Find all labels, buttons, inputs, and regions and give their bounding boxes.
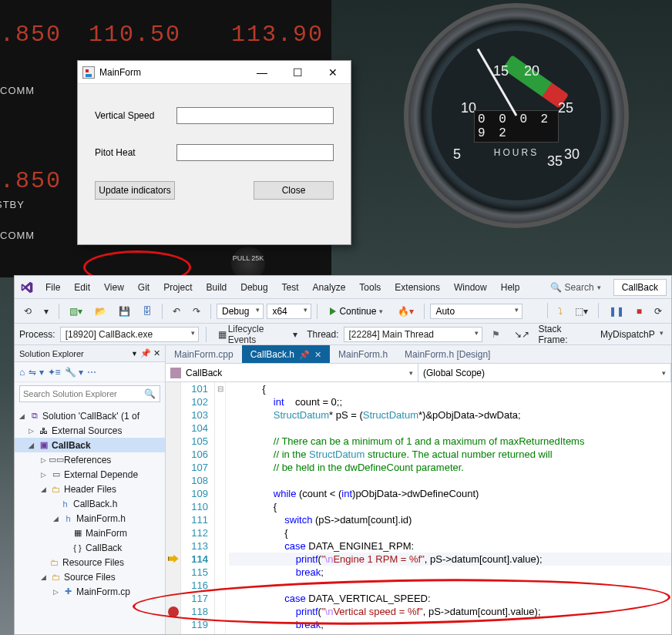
hot-reload-icon[interactable]: 🔥▾ xyxy=(393,303,418,320)
vs-toolbar: ⟲ ▾ ▧▾ 📂 💾 🗄 ↶ ↷ Debug x64 Continue ▾ 🔥▾… xyxy=(15,299,671,324)
save-all-icon[interactable]: 🗄 xyxy=(138,303,156,320)
stop-icon[interactable]: ■ xyxy=(632,303,647,320)
tree-project-callback[interactable]: ◢▣CallBack xyxy=(15,438,165,452)
solexp-close-icon[interactable]: ✕ xyxy=(153,348,160,358)
tree-resource-files[interactable]: 🗀Resource Files xyxy=(15,555,165,569)
fold-gutter[interactable]: ⊟ xyxy=(215,382,226,634)
tab-mainform-h[interactable]: MainForm.h xyxy=(330,345,396,363)
menu-test[interactable]: Test xyxy=(276,279,305,296)
tree-header-files[interactable]: ◢🗀Header Files xyxy=(15,482,165,496)
solexp-home-icon[interactable]: ⌂ xyxy=(19,367,25,378)
new-project-icon[interactable]: ▧▾ xyxy=(65,303,87,320)
radio-freq-1: .850 xyxy=(0,22,62,48)
solution-explorer-tree[interactable]: ◢⧉Solution 'CallBack' (1 of ▷🖧External S… xyxy=(15,405,165,634)
vertical-speed-input[interactable] xyxy=(176,107,334,124)
tab-mainform-cpp[interactable]: MainForm.cpp xyxy=(166,345,242,363)
tree-callback-node[interactable]: { }CallBack xyxy=(15,540,165,555)
continue-button[interactable]: Continue ▾ xyxy=(323,303,390,320)
editor-nav-bar: CallBack (Global Scope) xyxy=(166,364,671,382)
tab-close-icon[interactable]: ✕ xyxy=(314,350,321,360)
nav-scope-dropdown[interactable]: (Global Scope) xyxy=(418,364,671,381)
menu-git[interactable]: Git xyxy=(132,279,156,296)
close-button[interactable]: Close xyxy=(254,181,334,200)
solexp-dropdown-icon[interactable]: ▼ xyxy=(131,350,138,358)
thread-nav-icon[interactable]: ↘↗ xyxy=(509,326,534,343)
menu-tools[interactable]: Tools xyxy=(353,279,387,296)
menu-window[interactable]: Window xyxy=(448,279,493,296)
undo-icon[interactable]: ↶ xyxy=(168,303,185,320)
tab-pin-icon[interactable]: 📌 xyxy=(299,350,310,360)
tree-mainform-node[interactable]: ▦MainForm xyxy=(15,526,165,540)
mainform-body: Vertical Speed Pitot Heat xyxy=(78,84,351,161)
nav-project-dropdown[interactable]: CallBack xyxy=(166,364,418,381)
tach-mark-25: 25 xyxy=(558,100,573,116)
save-icon[interactable]: 💾 xyxy=(114,303,135,320)
menu-help[interactable]: Help xyxy=(495,279,526,296)
update-indicators-button[interactable]: Update indicators xyxy=(95,181,175,200)
config-dropdown[interactable]: Debug xyxy=(217,304,264,319)
menu-file[interactable]: File xyxy=(39,279,66,296)
tab-callback-h[interactable]: CallBack.h📌✕ xyxy=(242,345,330,363)
solution-explorer-header[interactable]: Solution Explorer ▼ 📌 ✕ xyxy=(15,345,165,362)
platform-dropdown[interactable]: x64 xyxy=(267,304,311,319)
pitot-heat-input[interactable] xyxy=(176,144,334,161)
pin-icon[interactable]: 📌 xyxy=(140,348,151,358)
minimize-button[interactable]: — xyxy=(244,61,280,84)
redo-icon[interactable]: ↷ xyxy=(188,303,205,320)
restart-icon[interactable]: ⟳ xyxy=(650,303,667,320)
solution-explorer-search[interactable]: 🔍 xyxy=(19,385,160,402)
menu-view[interactable]: View xyxy=(98,279,130,296)
radio-freq-3: 113.90 xyxy=(208,22,324,48)
comm-label-2: COMM xyxy=(0,230,35,241)
solexp-sync-icon[interactable]: ✦≡ xyxy=(48,367,61,378)
process-dropdown[interactable]: [18920] CallBack.exe xyxy=(60,327,199,342)
menu-edit[interactable]: Edit xyxy=(68,279,96,296)
maximize-button[interactable]: ☐ xyxy=(280,61,315,84)
menu-project[interactable]: Project xyxy=(157,279,198,296)
menu-extensions[interactable]: Extensions xyxy=(388,279,446,296)
tab-mainform-h-design[interactable]: MainForm.h [Design] xyxy=(396,345,499,363)
auto-dropdown[interactable]: Auto xyxy=(430,304,522,319)
menu-debug[interactable]: Debug xyxy=(234,279,274,296)
tree-source-files[interactable]: ◢🗀Source Files xyxy=(15,569,165,584)
open-icon[interactable]: 📂 xyxy=(90,303,111,320)
nav-fwd-button[interactable]: ▾ xyxy=(39,303,53,320)
vs-solution-name-button[interactable]: CallBack xyxy=(613,279,667,296)
pause-icon[interactable]: ❚❚ xyxy=(604,303,629,320)
breakpoint-gutter[interactable] xyxy=(166,382,181,634)
tree-mainform-h[interactable]: ◢hMainForm.h xyxy=(15,511,165,526)
step-over-icon[interactable]: ⬚▾ xyxy=(570,303,593,320)
menu-build[interactable]: Build xyxy=(200,279,234,296)
solexp-wrench-icon[interactable]: 🔧 ▾ xyxy=(65,367,83,378)
editor-tabstrip: MainForm.cpp CallBack.h📌✕ MainForm.h Mai… xyxy=(166,345,671,364)
thread-dropdown[interactable]: [22284] Main Thread xyxy=(344,327,482,342)
tree-references[interactable]: ▷▭▭References xyxy=(15,452,165,467)
stackframe-label: Stack Frame: xyxy=(539,324,592,345)
tachometer-gauge: 5 10 15 20 25 30 35 R P M X100 0 0 0 2 9… xyxy=(408,8,624,223)
mainform-app-icon xyxy=(82,66,95,79)
solexp-search-icon: 🔍 xyxy=(140,388,160,399)
lifecycle-events-button[interactable]: ▦ Lifecycle Events ▾ xyxy=(213,321,303,348)
solexp-search-input[interactable] xyxy=(20,389,140,398)
nav-back-button[interactable]: ⟲ xyxy=(19,303,36,320)
thread-flag-icon[interactable]: ⚑ xyxy=(487,326,505,343)
mainform-titlebar[interactable]: MainForm — ☐ ✕ xyxy=(78,61,351,84)
close-window-button[interactable]: ✕ xyxy=(315,61,351,84)
menu-analyze[interactable]: Analyze xyxy=(307,279,352,296)
mainform-button-row: Update indicators Close xyxy=(78,181,351,200)
code-area[interactable]: 1011021031041051061071081091101111121131… xyxy=(166,382,671,634)
tree-external-sources[interactable]: ▷🖧External Sources xyxy=(15,423,165,438)
tree-external-deps[interactable]: ▷▭External Depende xyxy=(15,467,165,482)
stackframe-dropdown[interactable]: MyDispatchP xyxy=(596,328,667,341)
step-into-icon[interactable]: ⤵ xyxy=(553,303,567,320)
tree-callback-h[interactable]: hCallBack.h xyxy=(15,496,165,511)
solexp-switch-icon[interactable]: ⇋ ▾ xyxy=(29,367,43,378)
tree-solution[interactable]: ◢⧉Solution 'CallBack' (1 of xyxy=(15,408,165,423)
tree-mainform-cpp[interactable]: ▷✚MainForm.cp xyxy=(15,584,165,599)
line-number-gutter: 1011021031041051061071081091101111121131… xyxy=(181,382,215,634)
solexp-more-icon[interactable]: ⋯ xyxy=(87,367,96,378)
mainform-window: MainForm — ☐ ✕ Vertical Speed Pitot Heat… xyxy=(77,60,351,245)
vs-search[interactable]: 🔍 Search ▾ xyxy=(546,282,606,293)
radio-freq-4: .850 xyxy=(0,168,62,194)
code-lines[interactable]: { int count = 0;; StructDatum* pS = (Str… xyxy=(226,382,671,634)
